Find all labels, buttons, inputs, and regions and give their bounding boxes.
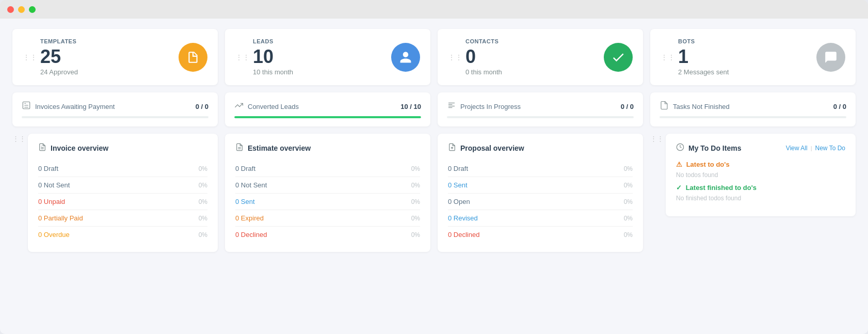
- tasks-metric-icon: [660, 101, 669, 112]
- close-button[interactable]: [7, 6, 14, 13]
- converted-leads-icon: [234, 101, 244, 112]
- main-content: ⋮⋮ TEMPLATES 25 24 Approved ⋮⋮ LEADS 10 …: [0, 19, 868, 334]
- bots-label: BOTS: [678, 38, 816, 44]
- proposal-item-sent: 0 Sent 0%: [448, 177, 633, 194]
- estimate-not-sent-label: 0 Not Sent: [235, 181, 267, 189]
- invoice-unpaid-label: 0 Unpaid: [38, 198, 65, 205]
- invoices-metric-value: 0 / 0: [196, 103, 208, 110]
- maximize-button[interactable]: [29, 6, 36, 13]
- estimate-expired-label: 0 Expired: [235, 214, 264, 222]
- invoice-item-not-sent: 0 Not Sent 0%: [38, 177, 207, 194]
- invoice-overview-card: Invoice overview 0 Draft 0% 0 Not Sent 0…: [28, 134, 218, 252]
- proposal-item-declined: 0 Declined 0%: [448, 227, 633, 243]
- invoice-partial-label: 0 Partially Paid: [38, 214, 83, 222]
- invoice-not-sent-pct: 0%: [199, 182, 207, 189]
- converted-leads-card: Converted Leads 10 / 10: [225, 92, 430, 126]
- invoice-item-draft: 0 Draft 0%: [38, 161, 207, 177]
- overview-row: ⋮⋮ Invoice overview 0 Draft 0% 0 Not Sen…: [12, 134, 856, 252]
- proposal-item-open: 0 Open 0%: [448, 194, 633, 210]
- estimate-item-sent: 0 Sent 0%: [235, 194, 420, 210]
- templates-card: ⋮⋮ TEMPLATES 25 24 Approved: [12, 29, 218, 85]
- converted-leads-value: 10 / 10: [400, 103, 421, 110]
- new-todo-link[interactable]: New To Do: [815, 145, 845, 152]
- invoice-overview-wrap: ⋮⋮ Invoice overview 0 Draft 0% 0 Not Sen…: [12, 134, 218, 252]
- proposal-sent-label: 0 Sent: [448, 181, 468, 189]
- contacts-label: CONTACTS: [465, 38, 604, 44]
- invoices-metric-header: Invoices Awaiting Payment 0 / 0: [22, 101, 208, 112]
- projects-metric-icon: [447, 101, 456, 112]
- leads-label: LEADS: [253, 38, 391, 44]
- titlebar: [0, 0, 868, 19]
- drag-handle[interactable]: ⋮⋮: [448, 53, 462, 61]
- invoices-progress-bar: [22, 116, 208, 118]
- contacts-card: ⋮⋮ CONTACTS 0 0 this month: [438, 29, 643, 85]
- converted-leads-text: Converted Leads: [248, 103, 299, 110]
- todo-link-divider: |: [811, 145, 812, 151]
- contacts-sub: 0 this month: [465, 68, 604, 76]
- metric-cards-row: Invoices Awaiting Payment 0 / 0 Converte…: [12, 92, 856, 126]
- drag-handle[interactable]: ⋮⋮: [661, 53, 675, 61]
- todo-links: View All | New To Do: [786, 145, 845, 152]
- proposal-draft-pct: 0%: [624, 165, 633, 172]
- projects-metric-value: 0 / 0: [621, 103, 634, 110]
- tasks-metric-text: Tasks Not Finished: [673, 103, 730, 110]
- todo-wrap: ⋮⋮ My To Do Items View All | New To Do: [650, 134, 856, 252]
- invoices-metric-label: Invoices Awaiting Payment: [22, 101, 115, 112]
- drag-handle[interactable]: ⋮⋮: [650, 134, 664, 142]
- invoice-item-unpaid: 0 Unpaid 0%: [38, 194, 207, 210]
- leads-text: LEADS 10 10 this month: [253, 38, 391, 76]
- proposal-overview-card: Proposal overview 0 Draft 0% 0 Sent 0% 0…: [438, 134, 643, 252]
- todo-title: My To Do Items: [688, 144, 741, 152]
- invoice-overview-title: Invoice overview: [51, 144, 108, 152]
- projects-metric-text: Projects In Progress: [460, 103, 521, 110]
- no-finished-text: No finished todos found: [676, 195, 845, 202]
- latest-finished-label: Latest finished to do's: [686, 184, 757, 192]
- drag-handle[interactable]: ⋮⋮: [23, 53, 37, 61]
- stat-cards-row: ⋮⋮ TEMPLATES 25 24 Approved ⋮⋮ LEADS 10 …: [12, 29, 856, 85]
- estimate-overview-header: Estimate overview: [235, 143, 420, 153]
- invoice-draft-label: 0 Draft: [38, 165, 58, 172]
- tasks-metric-label: Tasks Not Finished: [660, 101, 730, 112]
- warning-icon: ⚠: [676, 161, 682, 168]
- proposal-overview-icon: [448, 143, 456, 153]
- converted-leads-label: Converted Leads: [234, 101, 299, 112]
- invoice-metric-icon: [22, 101, 31, 112]
- estimate-item-draft: 0 Draft 0%: [235, 161, 420, 177]
- bots-text: BOTS 1 2 Messages sent: [678, 38, 816, 76]
- estimate-draft-pct: 0%: [411, 165, 420, 172]
- contacts-icon: [604, 43, 633, 72]
- drag-handle[interactable]: ⋮⋮: [12, 134, 26, 142]
- bots-sub: 2 Messages sent: [678, 68, 816, 76]
- proposal-open-label: 0 Open: [448, 198, 470, 205]
- app-window: ⋮⋮ TEMPLATES 25 24 Approved ⋮⋮ LEADS 10 …: [0, 0, 868, 334]
- view-all-link[interactable]: View All: [786, 145, 808, 152]
- invoice-overview-icon: [38, 143, 46, 153]
- latest-finished-title: ✓ Latest finished to do's: [676, 184, 845, 192]
- proposal-overview-title: Proposal overview: [460, 144, 524, 152]
- invoice-overdue-pct: 0%: [199, 231, 207, 238]
- proposal-item-revised: 0 Revised 0%: [448, 210, 633, 227]
- leads-sub: 10 this month: [253, 68, 391, 76]
- todo-title-wrap: My To Do Items: [676, 143, 741, 153]
- tasks-progress-bar: [660, 116, 846, 118]
- estimate-expired-pct: 0%: [411, 215, 420, 222]
- proposal-revised-pct: 0%: [624, 215, 633, 222]
- tasks-metric-value: 0 / 0: [833, 103, 846, 110]
- proposal-item-draft: 0 Draft 0%: [448, 161, 633, 177]
- estimate-item-expired: 0 Expired 0%: [235, 210, 420, 227]
- checkmark-icon: ✓: [676, 184, 682, 192]
- estimate-draft-label: 0 Draft: [235, 165, 255, 172]
- estimate-overview-icon: [235, 143, 244, 153]
- invoice-partial-pct: 0%: [199, 215, 207, 222]
- todo-card: My To Do Items View All | New To Do ⚠ La…: [666, 134, 856, 216]
- minimize-button[interactable]: [18, 6, 25, 13]
- templates-icon: [179, 43, 207, 72]
- invoice-item-partial: 0 Partially Paid 0%: [38, 210, 207, 227]
- bots-icon: [816, 43, 845, 72]
- drag-handle[interactable]: ⋮⋮: [235, 53, 250, 61]
- converted-leads-progress-fill: [234, 116, 421, 118]
- proposal-declined-pct: 0%: [624, 231, 633, 238]
- proposal-declined-label: 0 Declined: [448, 231, 479, 238]
- bots-card: ⋮⋮ BOTS 1 2 Messages sent: [650, 29, 856, 85]
- leads-icon: [391, 43, 420, 72]
